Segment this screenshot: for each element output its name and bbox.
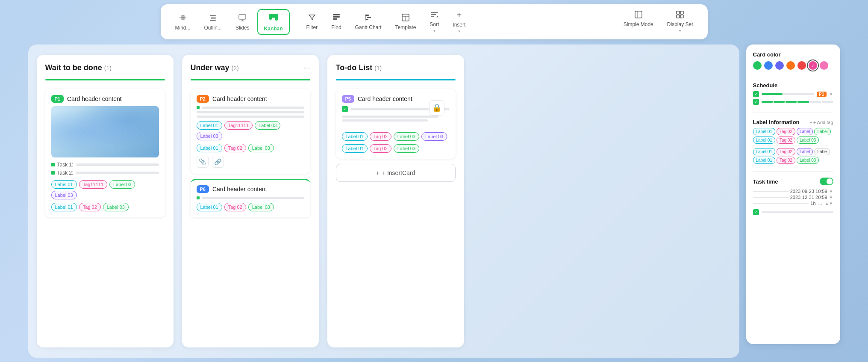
time-val1: 2023-09-23 10:59 [790,189,827,194]
ptag-label-2: Label [814,128,830,135]
task-time-toggle[interactable] [820,178,833,185]
toolbar-item-mind[interactable]: Mind... [169,11,197,33]
ptag-label01-2: Label 01 [753,136,775,144]
schedule-p2-badge: P2 [817,92,826,97]
label-group1b: Label 01 Tag 02 Label 03 [753,136,833,144]
color-dot-pink-check[interactable]: ✓ [809,61,817,70]
time-row1: 2023-09-23 10:59 ▼ [753,189,833,194]
color-dot-red[interactable] [797,61,806,70]
schedule-checkbox2[interactable] [753,99,759,105]
column-underway-more[interactable]: ··· [303,63,310,72]
panel-color-dots: ✓ [753,61,833,70]
svg-rect-20 [269,14,272,20]
panel-divider2 [753,113,833,113]
svg-point-7 [181,15,182,17]
time-checkbox[interactable] [753,209,759,215]
card-p5-title: Card header content [358,95,412,102]
toolbar-item-slides-label: Slides [235,25,250,31]
tag-tag02: Tag 02 [79,203,101,211]
template-icon [402,14,409,23]
toolbar-simple-mode[interactable]: Simple Mode [618,8,659,36]
panel-divider3 [753,171,833,172]
toolbar-find[interactable]: Find [325,11,347,33]
time-chevron1[interactable]: ▼ [829,189,833,194]
toolbar-sort[interactable]: Sort ▼ [424,8,445,36]
column-underway-bar [191,79,310,80]
tag-label03-a: Label 03 [109,180,135,189]
toolbar-divider [295,13,295,30]
card-p1-tags2: Label 01 Tag 02 Label 03 [51,203,159,211]
column-wait-count: (1) [104,65,112,71]
svg-point-10 [185,17,186,18]
time-val3: 1h [810,201,815,206]
card-p1: P1 Card header content Task 1: Task 2: [45,89,165,217]
lock-icon[interactable]: 🔒 [429,100,444,116]
p5-tag-label01-2: Label 01 [342,144,368,153]
seg6 [822,101,833,103]
toolbar-gantt[interactable]: Gantt Chart [349,11,388,33]
color-dot-pink[interactable] [820,61,828,70]
svg-point-12 [183,18,185,20]
column-todo-header: To-do List (1) [336,63,456,72]
sort-chevron: ▼ [433,29,436,33]
task-time-title: Task time [753,178,778,185]
column-wait: Wait to be done (1) P1 Card header conte… [37,55,174,347]
toolbar-item-kanban[interactable]: Kanban [257,9,290,35]
tag-label01-2: Label 01 [51,203,77,211]
svg-rect-38 [677,11,680,14]
toolbar-display-set[interactable]: Display Set ▼ [661,8,699,36]
schedule-row2 [753,99,833,105]
time-chevron2[interactable]: ▼ [829,195,833,200]
color-dot-blue[interactable] [764,61,773,70]
svg-rect-39 [680,11,683,14]
insert-card-button[interactable]: + + InsertCard [336,164,456,182]
color-dot-green[interactable] [753,61,762,70]
card-p1-tags1: Label 01 Tag11111 Label 03 Label 03 [51,180,159,199]
template-label: Template [395,24,416,30]
p2-attach-btn[interactable]: 📎 [197,156,209,168]
p2-link-btn[interactable]: 🔗 [212,156,224,168]
panel-label-section: Label information + + Add tag Label 01 T… [753,119,833,165]
card-p1-badge: P1 [51,95,64,103]
svg-rect-21 [272,14,275,18]
color-dot-indigo[interactable] [775,61,784,70]
card-p2-lines [197,106,304,118]
toolbar-item-outline[interactable]: Outlin... [198,11,228,33]
ptag-label01-4: Label 01 [753,157,775,164]
card-p1-image-inner [51,106,159,157]
add-tag-plus: + [809,120,812,125]
svg-point-8 [183,15,185,17]
add-tag-button[interactable]: + + Add tag [809,120,833,125]
svg-rect-41 [680,15,683,18]
svg-rect-14 [211,17,216,18]
schedule-checkbox1[interactable] [753,91,759,97]
panel-schedule-section: Schedule P2 ▼ [753,82,833,107]
toolbar-item-slides[interactable]: Slides [230,11,256,33]
sort-icon [430,11,438,20]
svg-rect-26 [365,15,369,16]
time-row2: 2023-12-31 20:59 ▼ [753,195,833,200]
time-bottom-row [753,209,833,215]
p2-line2 [197,111,304,113]
svg-rect-16 [210,20,216,21]
p5-line3 [342,119,428,122]
card-p1-tasks: Task 1: Task 2: [51,161,159,177]
card-p5-checkbox[interactable] [342,106,348,112]
svg-rect-40 [677,15,680,18]
time-bottom-bar [762,211,833,213]
time-dots: ... [818,201,822,206]
p6-green-dot [197,196,200,199]
toolbar-filter[interactable]: Filter [300,11,324,33]
color-dot-orange[interactable] [786,61,795,70]
tag-tag11111: Tag11111 [79,180,107,189]
toolbar-insert[interactable]: + Insert ▼ [447,8,471,36]
card-p6: P6 Card header content Label 01 Tag 02 L… [191,179,310,217]
schedule-dropdown-arrow[interactable]: ▼ [829,92,833,97]
ptag-tag02-3: Tag 02 [777,148,795,155]
p5-divider [342,127,450,127]
time-chevron3[interactable]: ▲▼ [825,201,833,206]
toolbar-template[interactable]: Template [389,11,422,33]
schedule-fill1 [762,93,783,95]
column-todo: To-do List (1) P5 Card header content 🔒 [327,55,464,347]
svg-rect-24 [333,16,340,18]
